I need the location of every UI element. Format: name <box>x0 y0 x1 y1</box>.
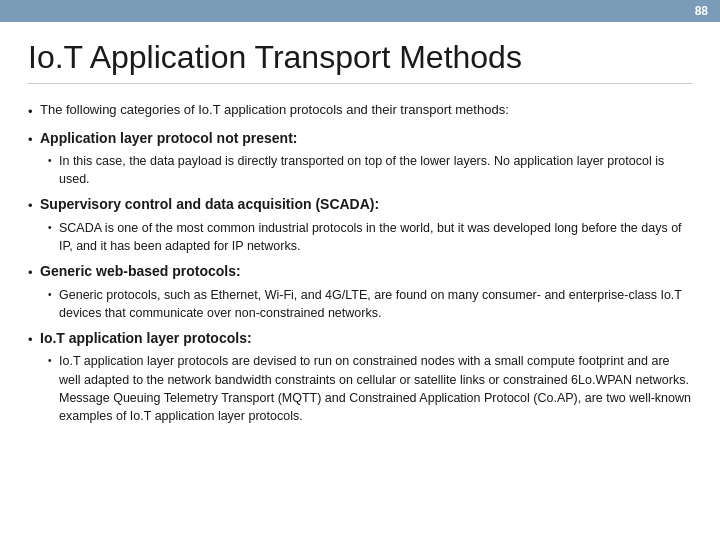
section-heading-iot-app-layer: Io.T application layer protocols: <box>40 328 252 349</box>
content-area: Io.T Application Transport Methods • The… <box>0 22 720 540</box>
bullet-dot: • <box>28 330 34 350</box>
list-item-scada: • Supervisory control and data acquisiti… <box>28 194 692 255</box>
list-item: • Io.T application layer protocols are d… <box>48 352 692 425</box>
sub-text: In this case, the data payload is direct… <box>59 152 692 188</box>
section-heading-application-layer: Application layer protocol not present: <box>40 128 297 149</box>
list-item-generic-web: • Generic web-based protocols: • Generic… <box>28 261 692 322</box>
slide-title: Io.T Application Transport Methods <box>28 40 692 84</box>
list-item-iot-app-layer: • Io.T application layer protocols: • Io… <box>28 328 692 425</box>
sub-list-generic-web: • Generic protocols, such as Ethernet, W… <box>28 286 692 322</box>
bullet-dot: • <box>28 102 34 122</box>
intro-text: The following categories of Io.T applica… <box>40 100 692 120</box>
list-item-intro: • The following categories of Io.T appli… <box>28 100 692 122</box>
main-list: • The following categories of Io.T appli… <box>28 100 692 425</box>
bullet-dot: • <box>28 196 34 216</box>
sub-text: SCADA is one of the most common industri… <box>59 219 692 255</box>
bullet-dot: • <box>28 130 34 150</box>
sub-text: Io.T application layer protocols are dev… <box>59 352 692 425</box>
top-bar: 88 <box>0 0 720 22</box>
page-container: 88 Io.T Application Transport Methods • … <box>0 0 720 540</box>
sub-list-application-layer: • In this case, the data payload is dire… <box>28 152 692 188</box>
section-heading-scada: Supervisory control and data acquisition… <box>40 194 379 215</box>
sub-list-scada: • SCADA is one of the most common indust… <box>28 219 692 255</box>
list-item: • In this case, the data payload is dire… <box>48 152 692 188</box>
sub-dot: • <box>48 154 53 169</box>
sub-dot: • <box>48 221 53 236</box>
list-item: • SCADA is one of the most common indust… <box>48 219 692 255</box>
sub-text: Generic protocols, such as Ethernet, Wi-… <box>59 286 692 322</box>
section-heading-generic-web: Generic web-based protocols: <box>40 261 241 282</box>
bullet-dot: • <box>28 263 34 283</box>
sub-list-iot-app-layer: • Io.T application layer protocols are d… <box>28 352 692 425</box>
list-item-application-layer: • Application layer protocol not present… <box>28 128 692 189</box>
list-item: • Generic protocols, such as Ethernet, W… <box>48 286 692 322</box>
page-number: 88 <box>695 4 708 18</box>
sub-dot: • <box>48 354 53 369</box>
sub-dot: • <box>48 288 53 303</box>
